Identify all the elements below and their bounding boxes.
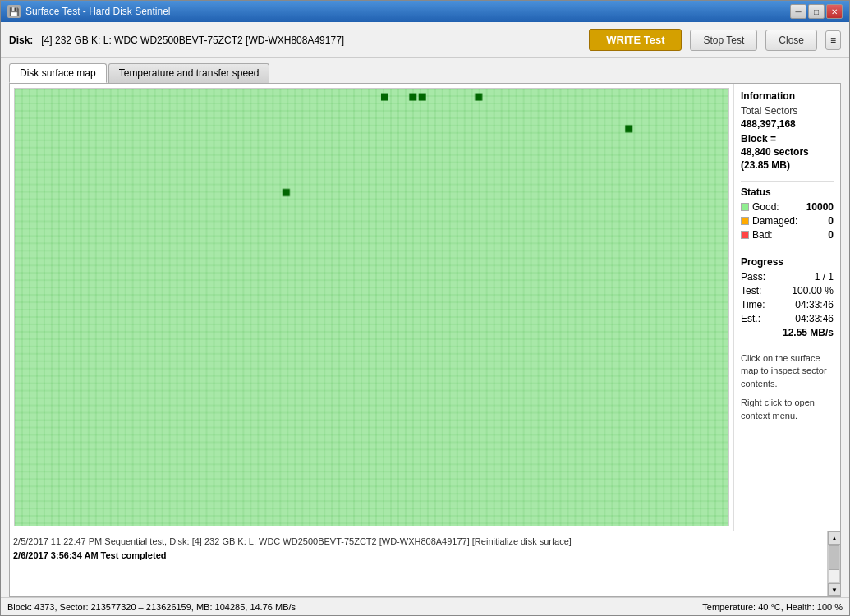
status-right: Temperature: 40 °C, Health: 100 % bbox=[702, 602, 843, 612]
surface-canvas bbox=[15, 89, 728, 526]
total-sectors-label: Total Sectors bbox=[741, 105, 797, 117]
window-title: Surface Test - Hard Disk Sentinel bbox=[25, 6, 171, 17]
main-window: 💾 Surface Test - Hard Disk Sentinel ─ □ … bbox=[0, 0, 850, 616]
est-value: 04:33:46 bbox=[795, 313, 834, 324]
app-icon: 💾 bbox=[7, 5, 21, 18]
status-left: Block: 4373, Sector: 213577320 – 2136261… bbox=[7, 602, 296, 612]
time-value: 04:33:46 bbox=[795, 299, 834, 310]
window-controls: ─ □ ✕ bbox=[790, 4, 843, 19]
log-scrollbar[interactable]: ▲ ▼ bbox=[827, 531, 840, 596]
log-line-1: 2/5/2017 11:22:47 PM Sequential test, Di… bbox=[13, 535, 824, 549]
surface-map-area bbox=[10, 84, 733, 531]
est-label: Est.: bbox=[741, 313, 760, 324]
test-row: Test: 100.00 % bbox=[741, 285, 834, 297]
status-bar: Block: 4373, Sector: 213577320 – 2136261… bbox=[1, 597, 849, 615]
main-content: Information Total Sectors 488,397,168 Bl… bbox=[9, 83, 841, 531]
bad-label: Bad: bbox=[752, 229, 825, 241]
hint-text-2: Right click to open context menu. bbox=[741, 397, 834, 422]
status-title: Status bbox=[741, 186, 834, 198]
total-sectors-value-row: 488,397,168 bbox=[741, 118, 834, 130]
est-row: Est.: 04:33:46 bbox=[741, 313, 834, 324]
disk-name: [4] 232 GB K: L: WDC WD2500BEVT-75ZCT2 [… bbox=[41, 34, 581, 46]
total-sectors-row: Total Sectors bbox=[741, 105, 834, 117]
damaged-value: 0 bbox=[828, 215, 834, 227]
block-label: Block = bbox=[741, 133, 834, 145]
information-title: Information bbox=[741, 90, 834, 102]
scroll-down-button[interactable]: ▼ bbox=[828, 583, 841, 596]
log-wrapper: 2/5/2017 11:22:47 PM Sequential test, Di… bbox=[9, 531, 841, 597]
test-label: Test: bbox=[741, 285, 761, 297]
log-content: 2/5/2017 11:22:47 PM Sequential test, Di… bbox=[10, 531, 827, 596]
good-dot bbox=[741, 203, 749, 211]
information-section: Information Total Sectors 488,397,168 Bl… bbox=[741, 90, 834, 171]
progress-title: Progress bbox=[741, 256, 834, 268]
speed-value: 12.55 MB/s bbox=[741, 327, 834, 338]
stop-test-button[interactable]: Stop Test bbox=[690, 30, 757, 51]
block-mb: (23.85 MB) bbox=[741, 159, 834, 171]
restore-button[interactable]: □ bbox=[808, 4, 825, 19]
tab-bar: Disk surface map Temperature and transfe… bbox=[1, 58, 849, 83]
damaged-dot bbox=[741, 217, 749, 225]
disk-bar: Disk: [4] 232 GB K: L: WDC WD2500BEVT-75… bbox=[1, 22, 849, 58]
write-test-button[interactable]: WRITE Test bbox=[589, 29, 682, 51]
right-panel: Information Total Sectors 488,397,168 Bl… bbox=[733, 84, 840, 531]
log-line-2: 2/6/2017 3:56:34 AM Test completed bbox=[13, 549, 824, 563]
bad-status: Bad: 0 bbox=[741, 229, 834, 241]
tab-temperature-transfer[interactable]: Temperature and transfer speed bbox=[108, 63, 270, 83]
close-window-button[interactable]: ✕ bbox=[826, 4, 843, 19]
good-status: Good: 10000 bbox=[741, 201, 834, 213]
tab-disk-surface-map[interactable]: Disk surface map bbox=[9, 63, 107, 83]
surface-map[interactable] bbox=[14, 88, 729, 526]
good-label: Good: bbox=[752, 201, 803, 213]
block-sectors: 48,840 sectors bbox=[741, 146, 834, 158]
time-row: Time: 04:33:46 bbox=[741, 299, 834, 310]
bad-value: 0 bbox=[828, 229, 834, 241]
test-value: 100.00 % bbox=[792, 285, 834, 297]
disk-label: Disk: bbox=[9, 34, 33, 46]
scroll-thumb[interactable] bbox=[829, 545, 839, 570]
bad-dot bbox=[741, 231, 749, 239]
damaged-label: Damaged: bbox=[752, 215, 825, 227]
pass-row: Pass: 1 / 1 bbox=[741, 271, 834, 283]
hint-text-1: Click on the surface map to inspect sect… bbox=[741, 352, 834, 390]
damaged-status: Damaged: 0 bbox=[741, 215, 834, 227]
total-sectors-value: 488,397,168 bbox=[741, 118, 796, 130]
options-button[interactable]: ≡ bbox=[825, 30, 841, 50]
pass-label: Pass: bbox=[741, 271, 765, 283]
scroll-up-button[interactable]: ▲ bbox=[828, 531, 841, 545]
good-value: 10000 bbox=[806, 201, 834, 213]
title-bar-left: 💾 Surface Test - Hard Disk Sentinel bbox=[7, 5, 171, 18]
time-label: Time: bbox=[741, 299, 765, 310]
pass-value: 1 / 1 bbox=[815, 271, 834, 283]
close-button[interactable]: Close bbox=[765, 30, 817, 51]
scroll-track[interactable] bbox=[828, 545, 840, 583]
title-bar: 💾 Surface Test - Hard Disk Sentinel ─ □ … bbox=[1, 1, 849, 22]
minimize-button[interactable]: ─ bbox=[790, 4, 806, 19]
status-section: Status Good: 10000 Damaged: 0 Bad: 0 bbox=[741, 186, 834, 241]
progress-section: Progress Pass: 1 / 1 Test: 100.00 % Time… bbox=[741, 256, 834, 338]
